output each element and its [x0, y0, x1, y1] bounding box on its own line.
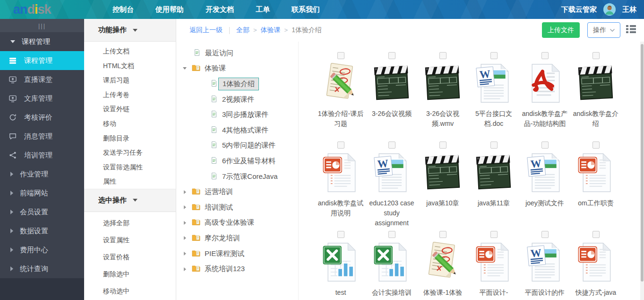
file-item[interactable]: andisk教学盘介绍 [570, 52, 621, 141]
function-op-item[interactable]: 设置外链 [84, 102, 176, 116]
file-item[interactable]: 体验课-1体验 [417, 231, 468, 300]
top-nav-item[interactable]: 使用帮助 [155, 5, 184, 14]
file-checkbox[interactable] [388, 141, 395, 149]
file-checkbox[interactable] [490, 52, 498, 59]
file-checkbox[interactable] [592, 52, 600, 59]
file-checkbox[interactable] [337, 231, 344, 238]
file-item[interactable]: 快捷方式-java [570, 231, 621, 300]
file-checkbox[interactable] [490, 231, 498, 238]
file-checkbox[interactable] [541, 231, 549, 238]
breadcrumb-link[interactable]: 体验课 [261, 26, 281, 34]
selected-op-item[interactable]: 移动选中 [84, 282, 176, 300]
tree-folder-root[interactable]: 体验课 [176, 61, 298, 77]
tree-item-recent[interactable]: 最近访问 [176, 45, 298, 61]
selected-op-item[interactable]: 设置属性 [84, 231, 176, 248]
sidebar-item-直播课堂[interactable]: 直播课堂 [0, 70, 84, 89]
function-op-item[interactable]: 移动 [84, 116, 176, 131]
sidebar-item-消息管理[interactable]: 消息管理 [0, 127, 84, 146]
sidebar-group-course-management[interactable]: 课程管理 [0, 32, 84, 51]
function-op-item[interactable]: 属性 [84, 174, 176, 189]
tree-item-5内带问题的课件[interactable]: 5内带问题的课件 [176, 138, 298, 154]
back-to-parent-link[interactable]: 返回上一级 [189, 26, 223, 35]
selected-ops-header[interactable]: 选中操作 [84, 189, 176, 212]
scrollbar-thumb[interactable] [641, 44, 644, 282]
tree-folder-系统培训123[interactable]: 系统培训123 [176, 261, 298, 277]
function-op-item[interactable]: 发送学习任务 [84, 145, 176, 160]
tree-folder-运营培训[interactable]: 运营培训 [176, 184, 298, 200]
file-checkbox[interactable] [337, 52, 344, 59]
file-item[interactable]: test [315, 231, 366, 300]
function-op-item[interactable]: 上传考卷 [84, 88, 176, 102]
tree-item-6作业及辅导材料[interactable]: 6作业及辅导材料 [176, 153, 298, 169]
file-checkbox[interactable] [541, 52, 549, 59]
list-view-toggle-icon[interactable] [626, 25, 636, 33]
file-item[interactable]: java第11章 [468, 141, 519, 231]
download-cloud-manager-link[interactable]: 下载云管家 [561, 5, 597, 14]
file-checkbox[interactable] [592, 141, 600, 149]
sidebar-group-统计查询[interactable]: 统计查询 [0, 259, 84, 278]
function-op-item[interactable]: 上传文档 [84, 44, 176, 59]
selected-op-item[interactable]: 设置价格 [84, 248, 176, 265]
file-checkbox[interactable] [439, 141, 447, 149]
vertical-scrollbar[interactable] [640, 42, 644, 300]
function-op-item[interactable]: 设置筛选属性 [84, 160, 176, 175]
sidebar-item-考核评价[interactable]: 考核评价 [0, 108, 84, 127]
top-nav-item[interactable]: 联系我们 [292, 5, 320, 14]
chevron-right-icon [182, 267, 188, 271]
sidebar-item-培训管理[interactable]: 培训管理 [0, 146, 84, 165]
function-op-item[interactable]: 删除目录 [84, 131, 176, 146]
action-dropdown-button[interactable]: 操作 [587, 22, 620, 38]
sidebar-group-会员设置[interactable]: 会员设置 [0, 203, 84, 221]
file-item[interactable]: 1体验介绍-课后习题 [315, 52, 366, 141]
file-item[interactable]: 平面设计- [468, 231, 519, 300]
function-op-item[interactable]: 课后习题 [84, 73, 176, 88]
file-checkbox[interactable] [439, 52, 447, 59]
file-item[interactable]: 3-26会议视频 [366, 52, 417, 141]
file-checkbox[interactable] [388, 52, 395, 59]
breadcrumb-link[interactable]: 全部 [236, 26, 249, 34]
file-checkbox[interactable] [490, 141, 498, 149]
sidebar-item-课程管理[interactable]: 课程管理 [0, 51, 84, 70]
file-checkbox[interactable] [439, 231, 447, 238]
top-nav-item[interactable]: 工单 [256, 5, 270, 14]
file-item[interactable]: Wjoey测试文件 [519, 141, 570, 231]
sidebar-collapse-button[interactable]: ||| [0, 19, 84, 32]
file-item[interactable]: 会计实操培训 [366, 231, 417, 300]
sidebar-group-数据设置[interactable]: 数据设置 [0, 221, 84, 240]
sidebar-group-费用中心[interactable]: 费用中心 [0, 240, 84, 259]
file-item[interactable]: java第10章 [417, 141, 468, 231]
file-item[interactable]: andisk教学盘产品-功能结构图 [519, 52, 570, 141]
file-item[interactable]: W平面设计的作 [519, 231, 570, 300]
tree-folder-摩尔龙培训[interactable]: 摩尔龙培训 [176, 230, 298, 246]
tree-item-3同步播放课件[interactable]: 3同步播放课件 [176, 107, 298, 123]
file-item[interactable]: andisk教学盘试用说明 [315, 141, 366, 231]
tree-folder-PIE课程测试[interactable]: PIE课程测试 [176, 246, 298, 262]
file-item[interactable]: 3-26会议视频.wmv [417, 52, 468, 141]
file-item[interactable]: Weduc1203 case study assignment [366, 141, 417, 231]
sidebar-group-前端网站[interactable]: 前端网站 [0, 184, 84, 203]
tree-folder-培训测试[interactable]: 培训测试 [176, 200, 298, 215]
user-avatar[interactable] [603, 3, 616, 16]
tree-folder-高级专业体验课[interactable]: 高级专业体验课 [176, 215, 298, 231]
top-nav-item[interactable]: 开发文档 [206, 5, 234, 14]
file-checkbox[interactable] [592, 231, 600, 238]
selected-op-item[interactable]: 删除选中 [84, 265, 176, 282]
tree-item-2视频课件[interactable]: 2视频课件 [176, 92, 298, 107]
file-checkbox[interactable] [541, 141, 549, 149]
file-item[interactable]: W5平台接口文档.doc [468, 52, 519, 141]
chevron-right-icon [10, 229, 13, 233]
file-checkbox[interactable] [337, 141, 344, 149]
sidebar-item-文库管理[interactable]: 文库管理 [0, 89, 84, 108]
tree-item-1体验介绍[interactable]: 1体验介绍 [176, 76, 298, 92]
function-ops-header[interactable]: 功能操作 [84, 19, 176, 42]
upload-file-button[interactable]: 上传文件 [542, 22, 580, 38]
file-item[interactable]: om工作职责 [570, 141, 621, 231]
sidebar-group-作业管理[interactable]: 作业管理 [0, 165, 84, 184]
selected-op-item[interactable]: 选择全部 [84, 214, 176, 231]
function-op-item[interactable]: HTML文档 [84, 59, 176, 73]
tree-item-7示范课CoreJava[interactable]: 7示范课CoreJava [176, 169, 298, 185]
tree-item-4其他格式课件[interactable]: 4其他格式课件 [176, 123, 298, 138]
username-label[interactable]: 王林 [622, 5, 636, 14]
top-nav-item[interactable]: 控制台 [112, 5, 134, 14]
file-checkbox[interactable] [388, 231, 395, 238]
